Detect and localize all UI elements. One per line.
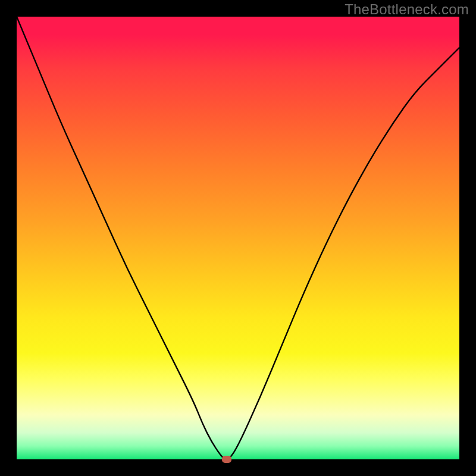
chart-svg	[17, 17, 459, 459]
plot-area	[17, 17, 459, 459]
optimum-marker	[222, 456, 231, 463]
watermark-text: TheBottleneck.com	[345, 1, 469, 18]
chart-frame: TheBottleneck.com	[0, 0, 476, 476]
curve-path	[17, 17, 459, 459]
